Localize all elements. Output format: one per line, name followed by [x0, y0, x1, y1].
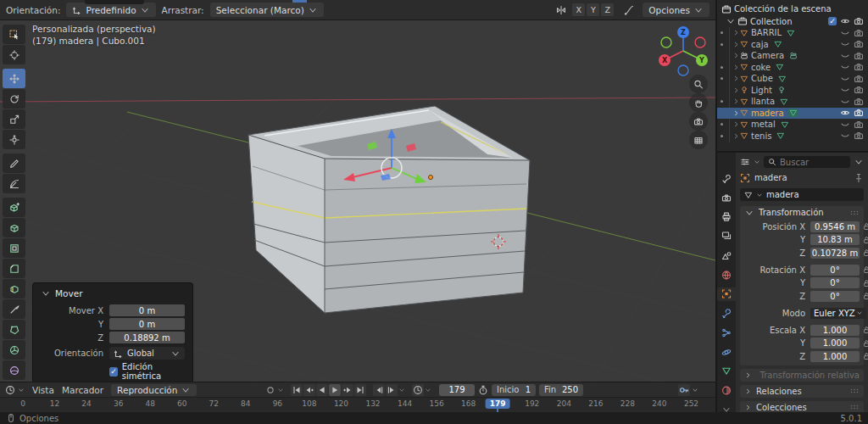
properties-tab-modifiers[interactable]: [718, 306, 735, 321]
transform-panel-header[interactable]: Transformación: [740, 206, 864, 219]
properties-tab-material[interactable]: [718, 383, 735, 398]
outliner-item-metal[interactable]: metal: [717, 119, 868, 131]
eye-closed-icon[interactable]: [840, 85, 850, 95]
transform-row-value[interactable]: 0°: [810, 265, 860, 276]
checkbox-checked[interactable]: ✓: [109, 367, 118, 377]
mover-field-value[interactable]: 0 m: [109, 304, 185, 316]
mover-field-value[interactable]: 0 m: [109, 318, 185, 330]
drag-mode-dropdown[interactable]: Seleccionar (Marco): [210, 3, 324, 17]
eye-closed-icon[interactable]: [840, 39, 850, 49]
outliner-item-tenis[interactable]: tenis: [717, 131, 868, 142]
panel-grip-icon[interactable]: [849, 208, 860, 218]
transform-row-value[interactable]: 0.9546 m: [810, 221, 860, 232]
object-name-field[interactable]: madera: [740, 188, 864, 201]
properties-tab-physics[interactable]: [718, 345, 735, 360]
proportional-falloff-icon[interactable]: [624, 5, 634, 15]
pan-button[interactable]: [689, 93, 708, 112]
outliner-item-light[interactable]: Light: [717, 85, 868, 97]
transform-row-value[interactable]: 10.83 m: [810, 234, 860, 245]
transform-row-value[interactable]: 0.10728 m: [810, 248, 860, 259]
chevron-down-icon[interactable]: [18, 385, 25, 395]
properties-tab-particles[interactable]: [718, 326, 735, 340]
collapsed-panel-relaciones[interactable]: Relaciones: [740, 385, 864, 398]
outliner-item-camera[interactable]: Camera: [717, 50, 868, 62]
outliner-item-madera[interactable]: madera: [717, 108, 868, 120]
menu-reproduccion[interactable]: Reproducción: [111, 384, 197, 396]
chevron-down-icon[interactable]: [692, 385, 698, 395]
sync-mode-button[interactable]: [412, 384, 424, 396]
mover-orientation-dropdown[interactable]: Global: [109, 347, 185, 360]
eye-icon[interactable]: [840, 108, 850, 118]
tool-select-box-button[interactable]: [3, 25, 25, 44]
collection-row[interactable]: Collection ✓: [717, 15, 868, 27]
previous-keyframe-button[interactable]: [303, 384, 315, 396]
current-frame-field[interactable]: 179: [439, 384, 475, 396]
render-visibility-icon[interactable]: [854, 97, 864, 107]
jump-to-end-button[interactable]: [354, 384, 366, 396]
filter-dropdown-icon[interactable]: [854, 157, 864, 167]
play-button[interactable]: [329, 384, 341, 396]
editor-type-icon[interactable]: [740, 157, 750, 167]
next-keyframe-button[interactable]: [342, 384, 353, 396]
frame-start-field[interactable]: Inicio 1: [492, 384, 536, 396]
tool-knife-button[interactable]: [3, 299, 25, 319]
mover-field-value[interactable]: 0.18892 m: [109, 332, 185, 343]
eye-closed-icon[interactable]: [840, 62, 850, 72]
eye-closed-icon[interactable]: [840, 51, 850, 61]
timeline-ruler[interactable]: 0122436486072849610812013214415616819220…: [0, 397, 715, 412]
play-reverse-button[interactable]: [316, 384, 328, 396]
tool-poly-build-button[interactable]: [3, 320, 25, 339]
render-visibility-icon[interactable]: [854, 51, 864, 61]
timeline-editor-icon[interactable]: [5, 385, 15, 395]
properties-tab-object-data[interactable]: [718, 365, 735, 379]
render-visibility-icon[interactable]: [854, 62, 864, 72]
render-visibility-icon[interactable]: [854, 108, 864, 118]
outliner-item-coke[interactable]: coke: [717, 62, 868, 74]
properties-tab-scene[interactable]: [718, 248, 735, 263]
frame-end-field[interactable]: Fin 250: [539, 384, 583, 396]
current-frame-badge[interactable]: 179: [486, 399, 510, 409]
render-visibility-icon[interactable]: [854, 16, 864, 26]
mirror-icon[interactable]: [556, 5, 566, 15]
transform-row-value[interactable]: 1.000: [810, 351, 860, 362]
transform-row-value[interactable]: 0°: [810, 277, 860, 288]
eye-closed-icon[interactable]: [840, 28, 850, 38]
properties-tab-render[interactable]: [718, 191, 735, 205]
auto-keying-button[interactable]: [264, 384, 276, 396]
tool-loop-cut-button[interactable]: [3, 279, 25, 298]
eye-icon[interactable]: [840, 16, 850, 26]
ortho-toggle-button[interactable]: [689, 131, 708, 149]
eye-closed-icon[interactable]: [840, 131, 850, 141]
tool-rotate-button[interactable]: [3, 89, 25, 109]
transform-row-value[interactable]: 1.000: [810, 325, 860, 336]
outliner-item-barril[interactable]: BARRIL: [717, 27, 868, 39]
keying-set-button[interactable]: [678, 384, 690, 396]
stopwatch-icon[interactable]: [478, 385, 488, 395]
properties-tab-object[interactable]: [717, 287, 736, 302]
step-back-button[interactable]: [373, 384, 385, 396]
menu-vista[interactable]: Vista: [32, 385, 54, 395]
pin-icon[interactable]: [854, 173, 864, 183]
render-visibility-icon[interactable]: [854, 28, 864, 38]
camera-view-button[interactable]: [689, 112, 708, 131]
tool-transform-button[interactable]: [3, 130, 25, 149]
eye-closed-icon[interactable]: [840, 120, 850, 130]
properties-tab-output[interactable]: [718, 210, 735, 225]
tool-scale-button[interactable]: [3, 109, 25, 129]
chevron-down-icon[interactable]: [754, 157, 760, 167]
jump-to-start-button[interactable]: [291, 384, 303, 396]
mirror-axis-y-toggle[interactable]: Y: [587, 3, 599, 16]
outliner-item-caja[interactable]: caja: [717, 39, 868, 51]
collection-checkbox[interactable]: ✓: [828, 17, 837, 25]
operator-panel-header[interactable]: Mover: [41, 288, 185, 298]
tool-measure-button[interactable]: [3, 174, 25, 193]
outliner-item-llanta[interactable]: llanta: [717, 96, 868, 108]
eye-closed-icon[interactable]: [840, 74, 850, 84]
transform-row-value[interactable]: Euler XYZ: [810, 308, 866, 319]
menu-marcador[interactable]: Marcador: [62, 385, 103, 395]
options-dropdown[interactable]: Opciones: [643, 3, 709, 17]
orientation-dropdown[interactable]: Predefinido: [66, 3, 155, 17]
tool-inset-faces-button[interactable]: [3, 238, 25, 258]
render-visibility-icon[interactable]: [854, 120, 864, 130]
tool-spin-button[interactable]: [3, 340, 25, 360]
